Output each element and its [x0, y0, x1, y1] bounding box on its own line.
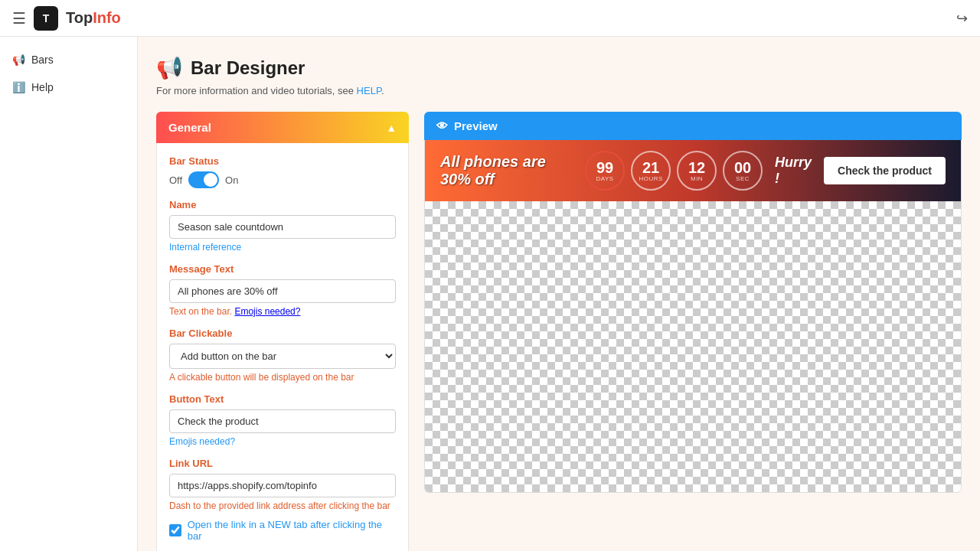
bar-status-toggle[interactable] [188, 171, 219, 188]
header-left: ☰ T TopInfo [12, 6, 121, 31]
countdown-hours-number: 21 [642, 160, 659, 175]
sidebar-item-bars[interactable]: 📢 Bars [0, 46, 137, 73]
link-url-input[interactable] [169, 474, 396, 497]
bar-hurry-text: Hurry ! [775, 155, 812, 187]
countdown-min: 12 MIN [677, 151, 717, 191]
name-input[interactable] [169, 215, 396, 239]
bar-preview-button[interactable]: Check the product [824, 157, 946, 184]
button-emoji-link[interactable]: Emojis needed? [169, 436, 396, 447]
countdown-min-unit: MIN [691, 175, 703, 182]
page-subtitle: For more information and video tutorials… [156, 85, 962, 96]
page-title-text: Bar Designer [191, 57, 305, 79]
link-url-label: Link URL [169, 458, 396, 469]
countdown-hours: 21 HOURS [631, 151, 671, 191]
message-emoji-link[interactable]: Emojis needed? [234, 306, 300, 317]
main-layout: 📢 Bars ℹ️ Help 📢 Bar Designer For more i… [0, 37, 980, 551]
bar-message-text: All phones are 30% off [440, 153, 573, 188]
countdown-sec: 00 SEC [723, 151, 763, 191]
message-text-input[interactable] [169, 279, 396, 303]
message-text-label: Message Text [169, 263, 396, 275]
bar-clickable-label: Bar Clickable [169, 328, 396, 339]
eye-icon: 👁 [436, 119, 448, 132]
preview-body: All phones are 30% off 99 DAYS 21 HOURS [424, 140, 962, 493]
help-icon: ℹ️ [12, 81, 25, 93]
countdown-days: 99 DAYS [585, 151, 625, 191]
countdown-days-number: 99 [596, 160, 613, 175]
countdown-sec-number: 00 [734, 160, 751, 175]
bar-status-label: Bar Status [169, 155, 396, 167]
sidebar: 📢 Bars ℹ️ Help [0, 37, 138, 551]
bars-icon: 📢 [12, 54, 25, 66]
button-text-label: Button Text [169, 393, 396, 405]
hamburger-icon[interactable]: ☰ [12, 9, 26, 28]
chevron-up-icon[interactable]: ▲ [386, 122, 397, 134]
help-link[interactable]: HELP [357, 85, 381, 96]
new-tab-label: Open the link in a NEW tab after clickin… [188, 519, 396, 542]
left-panel: General ▲ Bar Status Off On Name Interna… [156, 112, 409, 551]
internal-reference-link[interactable]: Internal reference [169, 242, 396, 253]
button-text-input[interactable] [169, 409, 396, 433]
preview-checkered-bg [425, 201, 961, 492]
app-header: ☰ T TopInfo ↪ [0, 0, 980, 37]
toggle-row: Off On [169, 171, 396, 188]
sidebar-item-help-label: Help [31, 81, 54, 93]
content-area: General ▲ Bar Status Off On Name Interna… [156, 112, 962, 551]
main-content: 📢 Bar Designer For more information and … [138, 37, 980, 551]
countdown: 99 DAYS 21 HOURS 12 MIN [585, 151, 763, 191]
logo-letter: T [43, 12, 50, 24]
new-tab-row: Open the link in a NEW tab after clickin… [169, 519, 396, 542]
name-label: Name [169, 199, 396, 210]
sidebar-item-help[interactable]: ℹ️ Help [0, 73, 137, 101]
message-text-hint: Text on the bar. Emojis needed? [169, 306, 396, 317]
countdown-hours-unit: HOURS [639, 175, 662, 182]
link-url-hint: Dash to the provided link address after … [169, 500, 396, 511]
logo-box: T [34, 6, 58, 31]
right-panel: 👁 Preview All phones are 30% off 99 DAYS [424, 112, 962, 551]
preview-bar: All phones are 30% off 99 DAYS 21 HOURS [425, 140, 961, 201]
logo-text: TopInfo [66, 9, 121, 27]
bar-clickable-select[interactable]: Add button on the bar Make the whole bar… [169, 344, 396, 369]
sidebar-item-bars-label: Bars [31, 54, 54, 66]
logout-icon[interactable]: ↪ [956, 10, 968, 27]
general-section-title: General [168, 121, 211, 134]
countdown-sec-unit: SEC [736, 175, 750, 182]
general-section-header: General ▲ [156, 112, 409, 143]
page-title: 📢 Bar Designer [156, 55, 962, 80]
countdown-days-unit: DAYS [596, 175, 613, 182]
general-section-body: Bar Status Off On Name Internal referenc… [156, 143, 409, 551]
preview-header: 👁 Preview [424, 112, 962, 140]
megaphone-icon: 📢 [156, 55, 183, 80]
off-label: Off [169, 174, 182, 186]
on-label: On [225, 174, 238, 186]
countdown-min-number: 12 [688, 160, 705, 175]
new-tab-checkbox[interactable] [169, 524, 181, 536]
bar-clickable-hint: A clickable button will be displayed on … [169, 372, 396, 383]
preview-label: Preview [454, 119, 498, 132]
